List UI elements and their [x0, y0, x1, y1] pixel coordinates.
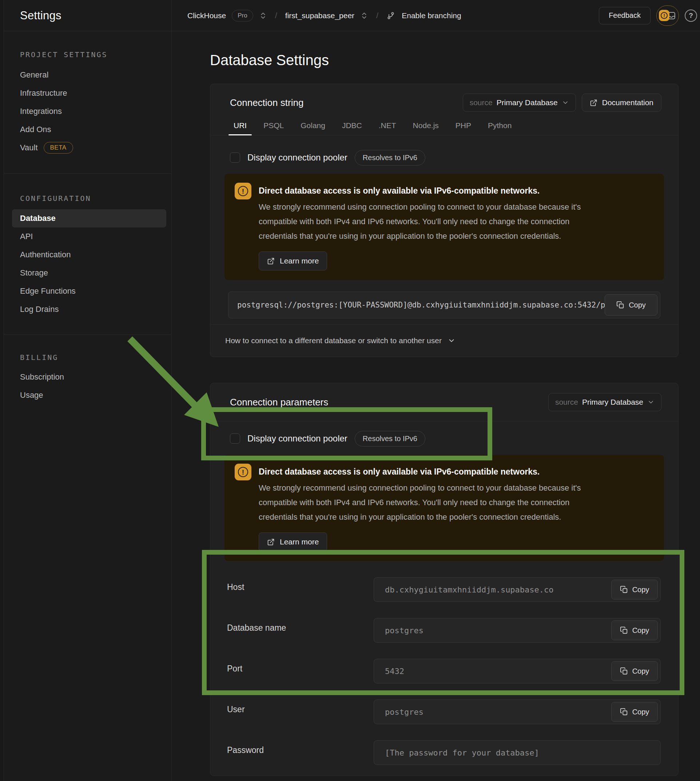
external-link-icon	[267, 538, 275, 546]
beta-badge: BETA	[44, 142, 73, 154]
tab-php[interactable]: PHP	[455, 118, 472, 135]
ipv6-warning-callout: ! Direct database access is only availab…	[225, 455, 664, 561]
sidebar-item-general[interactable]: General	[4, 66, 172, 84]
sidebar-item-infrastructure[interactable]: Infrastructure	[4, 84, 172, 102]
password-label: Password	[227, 740, 373, 765]
git-branch-icon	[387, 11, 395, 20]
copy-database-name-button[interactable]: Copy	[611, 621, 658, 640]
sidebar-item-database[interactable]: Database	[12, 209, 166, 227]
connection-string-tabs: URI PSQL Golang JDBC .NET Node.js PHP Py…	[210, 118, 678, 135]
copy-host-button[interactable]: Copy	[611, 580, 658, 599]
source-select[interactable]: source Primary Database	[548, 393, 662, 411]
warning-icon: !	[235, 183, 252, 199]
notifications-button[interactable]: !	[656, 5, 679, 26]
sidebar-item-subscription[interactable]: Subscription	[4, 368, 172, 386]
ipv6-warning-callout: ! Direct database access is only availab…	[225, 174, 664, 280]
pooler-row: Display connection pooler Resolves to IP…	[230, 430, 678, 447]
host-row: Host db.cxhygiuitamxhniiddjm.supabase.co…	[227, 577, 661, 602]
sidebar-item-log-drains[interactable]: Log Drains	[4, 300, 172, 319]
header-actions: Feedback ! ?	[599, 0, 700, 31]
tab-nodejs[interactable]: Node.js	[412, 118, 440, 135]
tab-uri[interactable]: URI	[233, 118, 247, 135]
password-value-box[interactable]: [The password for your database]	[373, 740, 661, 765]
host-value-box: db.cxhygiuitamxhniiddjm.supabase.co Copy	[373, 577, 661, 602]
sidebar-item-integrations[interactable]: Integrations	[4, 102, 172, 120]
password-placeholder: [The password for your database]	[385, 748, 539, 758]
database-name-value: postgres	[385, 626, 423, 635]
sidebar-divider	[4, 334, 172, 335]
documentation-button[interactable]: Documentation	[582, 93, 662, 112]
host-value: db.cxhygiuitamxhniiddjm.supabase.co	[385, 585, 554, 594]
port-row: Port 5432 Copy	[227, 659, 661, 683]
copy-port-button[interactable]: Copy	[611, 661, 658, 681]
copy-icon	[620, 708, 628, 716]
page-title: Settings	[20, 9, 62, 22]
connection-uri-box: postgresql://postgres:[YOUR-PASSWORD]@db…	[228, 292, 660, 319]
project-switcher-icon[interactable]	[360, 12, 368, 20]
breadcrumb-org[interactable]: ClickHouse	[187, 11, 226, 20]
user-value: postgres	[385, 708, 423, 717]
help-icon[interactable]: ?	[685, 10, 697, 22]
enable-branching-button[interactable]: Enable branching	[402, 11, 461, 20]
source-select[interactable]: source Primary Database	[463, 93, 576, 112]
sidebar-item-usage[interactable]: Usage	[4, 386, 172, 404]
top-header: Settings ClickHouse Pro / first_supabase…	[4, 0, 700, 31]
connection-string-header: Connection string source Primary Databas…	[210, 84, 678, 112]
main-content: Database Settings Connection string sour…	[172, 31, 700, 781]
resolves-to-ipv6-badge: Resolves to IPv6	[355, 431, 425, 447]
tab-psql[interactable]: PSQL	[263, 118, 285, 135]
copy-icon	[616, 301, 624, 309]
learn-more-button[interactable]: Learn more	[259, 252, 327, 270]
breadcrumb-project[interactable]: first_supabase_peer	[285, 11, 354, 20]
copy-icon	[620, 626, 628, 634]
chevron-down-icon	[562, 99, 569, 106]
sidebar-item-authentication[interactable]: Authentication	[4, 246, 172, 264]
copy-user-button[interactable]: Copy	[611, 702, 658, 722]
header-settings-area: Settings	[4, 0, 172, 31]
callout-body: We strongly recommend using connection p…	[259, 481, 605, 524]
breadcrumb-separator: /	[374, 11, 380, 20]
sidebar-item-add-ons[interactable]: Add Ons	[4, 120, 172, 139]
how-to-connect-expander[interactable]: How to connect to a different database o…	[210, 325, 678, 357]
sidebar-list-configuration: Database API Authentication Storage Edge…	[4, 209, 172, 319]
tab-dotnet[interactable]: .NET	[378, 118, 397, 135]
sidebar-item-api[interactable]: API	[4, 227, 172, 246]
connection-string-actions: source Primary Database Documentation	[463, 93, 662, 112]
resolves-to-ipv6-badge: Resolves to IPv6	[355, 150, 425, 165]
feedback-button[interactable]: Feedback	[599, 7, 650, 24]
external-link-icon	[267, 257, 275, 265]
pooler-row: Display connection pooler Resolves to IP…	[230, 149, 678, 166]
user-value-box: postgres Copy	[373, 699, 661, 724]
sidebar-item-storage[interactable]: Storage	[4, 264, 172, 282]
display-connection-pooler-checkbox[interactable]	[230, 434, 240, 444]
tab-golang[interactable]: Golang	[300, 118, 326, 135]
breadcrumb: ClickHouse Pro / first_supabase_peer / E…	[172, 0, 599, 31]
sidebar-section-billing: BILLING	[20, 352, 172, 362]
warning-icon: !	[235, 464, 252, 481]
sidebar-list-project-settings: General Infrastructure Integrations Add …	[4, 66, 172, 157]
sidebar-item-edge-functions[interactable]: Edge Functions	[4, 282, 172, 300]
alert-badge-icon: !	[659, 10, 670, 21]
tab-jdbc[interactable]: JDBC	[341, 118, 363, 135]
host-label: Host	[227, 577, 373, 602]
connection-string-card: Connection string source Primary Databas…	[210, 84, 678, 357]
pooler-label: Display connection pooler	[247, 434, 347, 444]
connection-parameters-card: Connection parameters source Primary Dat…	[210, 383, 678, 776]
connection-parameter-fields: Host db.cxhygiuitamxhniiddjm.supabase.co…	[210, 577, 678, 776]
copy-uri-button[interactable]: Copy	[605, 294, 657, 315]
password-row: Password [The password for your database…	[227, 740, 661, 765]
callout-content: Direct database access is only available…	[259, 464, 605, 551]
user-label: User	[227, 699, 373, 724]
external-link-icon	[590, 99, 597, 107]
pooler-label: Display connection pooler	[247, 152, 347, 163]
port-value-box: 5432 Copy	[373, 659, 661, 683]
learn-more-button[interactable]: Learn more	[259, 532, 327, 551]
port-label: Port	[227, 659, 373, 683]
display-connection-pooler-checkbox[interactable]	[230, 152, 240, 163]
org-switcher-icon[interactable]	[259, 12, 267, 20]
callout-title: Direct database access is only available…	[259, 183, 605, 197]
tab-python[interactable]: Python	[487, 118, 512, 135]
sidebar-section-project-settings: PROJECT SETTINGS	[20, 50, 172, 60]
callout-body: We strongly recommend using connection p…	[259, 200, 605, 244]
sidebar-item-vault[interactable]: Vault BETA	[4, 139, 172, 157]
